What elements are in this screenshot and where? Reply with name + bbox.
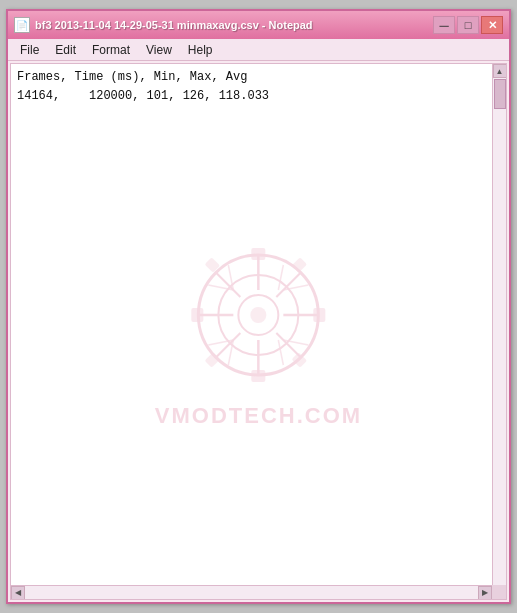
scrollbar-horizontal[interactable]: ◀ ▶ (11, 585, 492, 599)
menu-file[interactable]: File (12, 41, 47, 59)
scroll-track-v[interactable] (493, 78, 506, 585)
window-title: bf3 2013-11-04 14-29-05-31 minmaxavg.csv… (35, 19, 313, 31)
text-line1: Frames, Time (ms), Min, Max, Avg (17, 70, 247, 84)
scroll-track-h[interactable] (25, 586, 478, 599)
menu-bar: File Edit Format View Help (8, 39, 509, 61)
scroll-right-arrow[interactable]: ▶ (478, 586, 492, 600)
close-button[interactable]: ✕ (481, 16, 503, 34)
menu-format[interactable]: Format (84, 41, 138, 59)
menu-view[interactable]: View (138, 41, 180, 59)
title-bar: 📄 bf3 2013-11-04 14-29-05-31 minmaxavg.c… (8, 11, 509, 39)
notepad-window: 📄 bf3 2013-11-04 14-29-05-31 minmaxavg.c… (6, 9, 511, 604)
title-buttons: ─ □ ✕ (433, 16, 503, 34)
menu-edit[interactable]: Edit (47, 41, 84, 59)
title-bar-left: 📄 bf3 2013-11-04 14-29-05-31 minmaxavg.c… (14, 17, 313, 33)
scroll-up-arrow[interactable]: ▲ (493, 64, 507, 78)
scrollbar-corner (492, 585, 506, 599)
text-content[interactable]: Frames, Time (ms), Min, Max, Avg 14164, … (11, 64, 506, 599)
maximize-button[interactable]: □ (457, 16, 479, 34)
minimize-button[interactable]: ─ (433, 16, 455, 34)
scroll-left-arrow[interactable]: ◀ (11, 586, 25, 600)
text-line2: 14164, 120000, 101, 126, 118.033 (17, 89, 269, 103)
text-editor-area[interactable]: Frames, Time (ms), Min, Max, Avg 14164, … (10, 63, 507, 600)
scrollbar-vertical[interactable]: ▲ ▼ (492, 64, 506, 599)
menu-help[interactable]: Help (180, 41, 221, 59)
scroll-thumb-v[interactable] (494, 79, 506, 109)
app-icon: 📄 (14, 17, 30, 33)
